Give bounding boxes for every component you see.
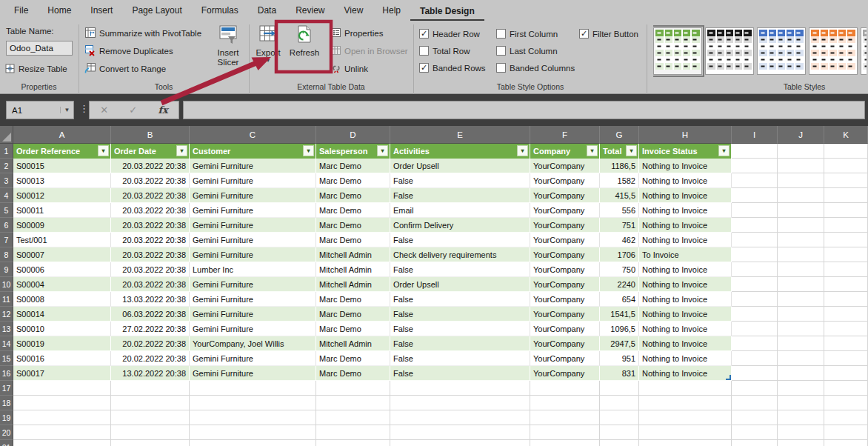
cell-K17[interactable] — [824, 381, 868, 396]
filter-dropdown-icon[interactable]: ▾ — [377, 145, 388, 156]
cell-D12[interactable]: Marc Demo — [316, 307, 390, 322]
cell-B10[interactable]: 20.03.2022 20:38 — [111, 277, 190, 292]
cell-J13[interactable] — [778, 322, 824, 336]
cell-B2[interactable]: 20.03.2022 20:38 — [111, 159, 190, 173]
cell-B9[interactable]: 20.03.2022 20:38 — [111, 262, 190, 277]
cell-H15[interactable]: Nothing to Invoice — [639, 351, 732, 366]
cell-G4[interactable]: 415,5 — [600, 188, 639, 203]
cell-I8[interactable] — [732, 247, 778, 262]
cell-H18[interactable] — [639, 396, 732, 410]
cell-J16[interactable] — [778, 366, 824, 381]
cell-I9[interactable] — [732, 262, 778, 277]
cell-D9[interactable]: Mitchell Admin — [316, 262, 390, 277]
table-style-thumbnail-green-medium[interactable] — [653, 27, 702, 75]
checkbox-banded-rows[interactable]: ✓Banded Rows — [419, 59, 486, 76]
cell-K2[interactable] — [824, 159, 868, 173]
checkbox-banded-columns[interactable]: Banded Columns — [496, 59, 575, 76]
cell-A17[interactable] — [13, 381, 111, 396]
cell-H11[interactable]: Nothing to Invoice — [639, 292, 732, 307]
filter-dropdown-icon[interactable]: ▾ — [303, 145, 314, 156]
cell-J10[interactable] — [778, 277, 824, 292]
cell-F10[interactable]: YourCompany — [530, 277, 600, 292]
cell-B13[interactable]: 27.02.2022 20:38 — [111, 322, 190, 336]
checkbox-icon[interactable]: ✓ — [579, 29, 589, 39]
cell-I3[interactable] — [732, 173, 778, 188]
cell-H16[interactable]: Nothing to Invoice — [639, 366, 732, 381]
cell-F2[interactable]: YourCompany — [530, 159, 600, 173]
filter-dropdown-icon[interactable]: ▾ — [587, 145, 598, 156]
ribbon-tab-insert[interactable]: Insert — [81, 1, 122, 21]
unlink-button[interactable]: Unlink — [331, 61, 368, 77]
cell-H13[interactable]: Nothing to Invoice — [639, 322, 732, 336]
cell-G10[interactable]: 2240 — [600, 277, 639, 292]
cell-B1[interactable]: Order Date▾ — [111, 144, 190, 159]
cell-A15[interactable]: S00016 — [13, 351, 111, 366]
cell-G9[interactable]: 750 — [600, 262, 639, 277]
cell-J2[interactable] — [778, 159, 824, 173]
cell-F1[interactable]: Company▾ — [530, 144, 600, 159]
cell-F3[interactable]: YourCompany — [530, 173, 600, 188]
cell-H9[interactable]: Nothing to Invoice — [639, 262, 732, 277]
cell-H3[interactable]: Nothing to Invoice — [639, 173, 732, 188]
cell-A7[interactable]: Test/001 — [13, 233, 111, 247]
cell-H5[interactable]: Nothing to Invoice — [639, 203, 732, 218]
cell-K5[interactable] — [824, 203, 868, 218]
cell-I12[interactable] — [732, 307, 778, 322]
resize-table-button[interactable]: Resize Table — [4, 61, 67, 77]
table-styles-gallery[interactable] — [653, 23, 867, 79]
remove-duplicates-button[interactable]: Remove Duplicates — [84, 43, 173, 59]
row-header-10[interactable]: 10 — [0, 277, 13, 292]
cell-B7[interactable]: 20.03.2022 20:38 — [111, 233, 190, 247]
cell-G17[interactable] — [600, 381, 639, 396]
cell-H4[interactable]: Nothing to Invoice — [639, 188, 732, 203]
select-all-corner[interactable] — [0, 126, 13, 144]
cell-E17[interactable] — [390, 381, 530, 396]
cell-C6[interactable]: Gemini Furniture — [190, 218, 316, 233]
cell-A12[interactable]: S00014 — [13, 307, 111, 322]
cell-E10[interactable]: Order Upsell — [390, 277, 530, 292]
cell-C14[interactable]: YourCompany, Joel Willis — [190, 336, 316, 351]
cell-D17[interactable] — [316, 381, 390, 396]
cell-J9[interactable] — [778, 262, 824, 277]
cell-F5[interactable]: YourCompany — [530, 203, 600, 218]
cell-D20[interactable] — [316, 425, 390, 440]
cell-D8[interactable]: Mitchell Admin — [316, 247, 390, 262]
column-header-B[interactable]: B — [111, 126, 190, 144]
ribbon-tab-review[interactable]: Review — [286, 1, 334, 21]
refresh-button[interactable]: Refresh — [285, 24, 324, 58]
cell-F9[interactable]: YourCompany — [530, 262, 600, 277]
row-header-11[interactable]: 11 — [0, 292, 13, 307]
summarize-with-pivottable-button[interactable]: Summarize with PivotTable — [84, 25, 201, 41]
cell-C13[interactable]: Gemini Furniture — [190, 322, 316, 336]
cell-K20[interactable] — [824, 425, 868, 440]
open-in-browser-button[interactable]: Open in Browser — [331, 43, 408, 59]
table-style-thumbnail-gray-medium[interactable] — [861, 27, 867, 75]
cell-D16[interactable]: Marc Demo — [316, 366, 390, 381]
cell-A13[interactable]: S00010 — [13, 322, 111, 336]
cell-C11[interactable]: Gemini Furniture — [190, 292, 316, 307]
cell-I13[interactable] — [732, 322, 778, 336]
cell-F15[interactable]: YourCompany — [530, 351, 600, 366]
row-header-17[interactable]: 17 — [0, 381, 13, 396]
ribbon-tab-view[interactable]: View — [335, 1, 373, 21]
cell-K6[interactable] — [824, 218, 868, 233]
cell-A5[interactable]: S00011 — [13, 203, 111, 218]
cell-E19[interactable] — [390, 410, 530, 425]
cell-B4[interactable]: 20.03.2022 20:38 — [111, 188, 190, 203]
table-style-thumbnail-black-medium[interactable] — [705, 27, 754, 75]
cell-B6[interactable]: 20.03.2022 20:38 — [111, 218, 190, 233]
cell-A10[interactable]: S00004 — [13, 277, 111, 292]
cell-K18[interactable] — [824, 396, 868, 410]
cell-H12[interactable]: Nothing to Invoice — [639, 307, 732, 322]
cell-H21[interactable] — [639, 440, 732, 446]
cell-D18[interactable] — [316, 396, 390, 410]
cell-C19[interactable] — [190, 410, 316, 425]
cell-E12[interactable]: False — [390, 307, 530, 322]
row-header-18[interactable]: 18 — [0, 396, 13, 410]
ribbon-tab-home[interactable]: Home — [38, 1, 81, 21]
row-header-14[interactable]: 14 — [0, 336, 13, 351]
cell-G7[interactable]: 462 — [600, 233, 639, 247]
cell-G11[interactable]: 654 — [600, 292, 639, 307]
cell-B20[interactable] — [111, 425, 190, 440]
column-header-F[interactable]: F — [530, 126, 600, 144]
